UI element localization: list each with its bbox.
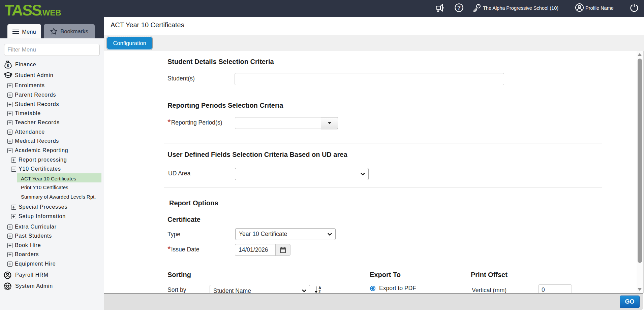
svg-text:A: A xyxy=(318,286,321,290)
svg-text:$: $ xyxy=(7,64,9,68)
svg-text:.WEB: .WEB xyxy=(40,8,61,17)
svg-text:TASS: TASS xyxy=(4,1,42,17)
svg-text:?: ? xyxy=(457,4,461,10)
